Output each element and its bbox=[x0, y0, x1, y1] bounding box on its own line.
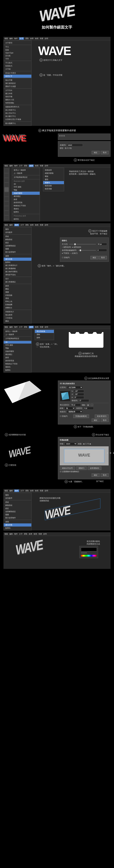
cap-off-icon[interactable]: ○ bbox=[90, 404, 93, 406]
type-tool[interactable] bbox=[4, 183, 9, 187]
menu-item[interactable]: 點陣化 bbox=[4, 527, 31, 530]
menu-item[interactable]: 插入斷行字元 bbox=[4, 115, 31, 118]
pen-tool[interactable] bbox=[4, 178, 9, 182]
menu-item[interactable]: 全部解除鎖定 bbox=[4, 244, 31, 247]
corner-radio[interactable]: ○ 尖角(C) bbox=[70, 252, 78, 254]
menu-bar[interactable]: 檔案 編輯 物件 文字 選取 效果 檢視 視窗 說明 bbox=[3, 489, 111, 493]
menu-item[interactable]: 點陣化 bbox=[12, 210, 40, 214]
ok-button[interactable]: 確定 bbox=[92, 418, 100, 422]
menu-item[interactable]: 影像描圖 bbox=[4, 303, 31, 306]
surface-prev-icon[interactable]: ◀ bbox=[83, 443, 84, 445]
menu-view[interactable]: 檢視 bbox=[35, 490, 38, 492]
menu-effect[interactable]: 效果 bbox=[29, 326, 34, 328]
menu-item[interactable]: 全部解除鎖定 bbox=[4, 510, 31, 513]
menu-bar[interactable]: 檔案 編輯 物件 文字 選取 效果 檢視 視窗 說明 bbox=[3, 532, 111, 536]
3d-submenu[interactable]: 突出與斜角 迴轉 旋轉 bbox=[35, 329, 54, 340]
color-panel[interactable]: #000000 bbox=[79, 546, 98, 558]
clear-all-button[interactable]: 全部清除(A) bbox=[88, 466, 101, 470]
menu-item[interactable]: 路徑管理員 bbox=[4, 359, 31, 362]
menu-item[interactable]: 迴轉 bbox=[35, 333, 54, 336]
menu-object[interactable]: 物件 bbox=[14, 533, 18, 535]
menu-view[interactable]: 檢視 bbox=[35, 164, 38, 167]
cancel-button[interactable]: 取消 bbox=[101, 151, 109, 154]
ok-button[interactable]: 確定 bbox=[92, 151, 100, 154]
menu-type[interactable]: 文字 bbox=[19, 37, 24, 40]
menu-item[interactable]: 定位點 bbox=[4, 54, 31, 57]
menu-item[interactable]: 排列順序 bbox=[4, 497, 31, 500]
menu-item[interactable]: 展開 bbox=[4, 254, 31, 258]
menu-item[interactable]: 彎曲 bbox=[4, 347, 31, 350]
menu-window[interactable]: 視窗 bbox=[40, 326, 43, 328]
menu-item[interactable]: 3D bbox=[12, 183, 40, 185]
menu-window[interactable]: 視窗 bbox=[40, 224, 43, 226]
menu-item[interactable]: 即時上色 bbox=[4, 300, 31, 303]
line-tool[interactable] bbox=[4, 187, 9, 192]
menu-item[interactable]: 建立外框 bbox=[4, 92, 31, 95]
perspective-input[interactable] bbox=[79, 399, 89, 402]
size-input[interactable] bbox=[97, 243, 107, 245]
menu-item[interactable]: 變形 bbox=[4, 228, 31, 231]
bevel-select[interactable]: 無 bbox=[65, 407, 75, 410]
menu-item[interactable]: 展開 bbox=[4, 520, 31, 523]
effect-menu[interactable]: 套用上一個效果 上一個效果 文件點陣效果設定 3D SVG 濾鏡 彎曲 扭曲與變… bbox=[3, 329, 32, 373]
menu-window[interactable]: 視窗 bbox=[40, 37, 43, 40]
menu-item[interactable]: 重複字元保護 bbox=[4, 85, 31, 88]
menu-item[interactable]: 點陣化 bbox=[4, 369, 31, 372]
relative-radio[interactable]: ○ 相對的(R) bbox=[62, 246, 71, 248]
menu-item[interactable]: 段落 bbox=[4, 49, 31, 52]
menu-edit[interactable]: 編輯 bbox=[9, 224, 13, 226]
menu-item[interactable]: 套用上一個效果 bbox=[12, 168, 40, 172]
menu-item[interactable]: 建立剪裁標記 bbox=[4, 280, 31, 283]
menu-item[interactable]: 隨意筆畫 bbox=[43, 187, 64, 190]
menu-help[interactable]: 說明 bbox=[45, 326, 48, 328]
menu-effect[interactable]: 效果 bbox=[30, 490, 34, 492]
menu-item[interactable]: SVG 濾鏡 bbox=[12, 185, 40, 189]
menu-item[interactable]: 上一個效果 bbox=[4, 333, 31, 336]
ridges-input[interactable] bbox=[97, 249, 107, 252]
cap-on-icon[interactable]: ◉ bbox=[87, 404, 89, 406]
selection-tool[interactable] bbox=[4, 168, 9, 173]
menu-item[interactable]: 建立剪裁遮色片 bbox=[4, 264, 31, 267]
menu-type[interactable]: 文字 bbox=[19, 533, 23, 535]
menu-effect[interactable]: 效果 bbox=[30, 224, 34, 226]
menu-item[interactable]: 隱藏 bbox=[4, 247, 31, 250]
menu-window[interactable]: 視窗 bbox=[40, 490, 43, 492]
menu-file[interactable]: 檔案 bbox=[4, 164, 8, 167]
menu-item[interactable]: 解散群組 bbox=[4, 238, 31, 241]
cancel-button[interactable]: 取消 bbox=[101, 418, 109, 422]
menu-select[interactable]: 選取 bbox=[24, 326, 27, 328]
symbols-panel[interactable]: ▦ ▦ ▦ bbox=[58, 133, 111, 140]
hue-slider[interactable] bbox=[81, 555, 97, 557]
surface-select[interactable]: 塑膠效果 bbox=[67, 410, 83, 413]
menu-type[interactable]: 文字 bbox=[19, 164, 23, 167]
menu-select[interactable]: 選取 bbox=[24, 533, 27, 535]
menu-item[interactable]: 視覺邊界對齊方式 bbox=[4, 105, 31, 108]
menu-item-expand-appearance[interactable]: 擴充外觀 bbox=[4, 523, 31, 527]
menu-item[interactable]: 風格化 bbox=[12, 207, 40, 210]
menu-edit[interactable]: 編輯 bbox=[9, 490, 13, 492]
menu-bar[interactable]: 檔案 編輯 物件 文字 選取 效果 檢視 視窗 說明 bbox=[3, 325, 111, 329]
menu-item[interactable]: 套用上一個效果 bbox=[4, 330, 31, 333]
extrude-input[interactable] bbox=[71, 404, 81, 406]
menu-item[interactable]: 裁切標記 bbox=[12, 195, 40, 198]
type-menu-dropdown[interactable]: 文字選項 字元 段落 OpenType 定位點 字符 字元樣式 段落樣式 文字緒… bbox=[3, 40, 32, 126]
rotate-tool[interactable] bbox=[4, 211, 9, 215]
menu-edit[interactable]: 編輯 bbox=[9, 533, 13, 535]
menu-item[interactable]: 字元 bbox=[4, 45, 31, 49]
type-value[interactable]: 影片片段 bbox=[65, 147, 72, 150]
menu-item[interactable]: 透視 bbox=[4, 297, 31, 300]
menu-item[interactable]: 剪裁遮色片 bbox=[4, 310, 31, 313]
shape-tool[interactable] bbox=[4, 192, 9, 196]
clear-button[interactable]: 清除(C) bbox=[76, 466, 87, 470]
menu-item[interactable]: 路徑管理員 bbox=[12, 201, 40, 204]
menu-item[interactable]: 尋找字體 bbox=[4, 95, 31, 98]
preview-checkbox[interactable]: ☐ 預視(P) bbox=[60, 415, 68, 417]
menu-object[interactable]: 物件 bbox=[14, 37, 18, 40]
ok-button[interactable]: 確定 bbox=[90, 256, 99, 259]
symbol-select[interactable]: wave bbox=[65, 442, 77, 445]
menu-item[interactable]: 透明度平面化 bbox=[4, 273, 31, 276]
menu-view[interactable]: 檢視 bbox=[35, 224, 38, 226]
menu-item[interactable]: 插入特殊字元 bbox=[4, 108, 31, 112]
menu-select[interactable]: 選取 bbox=[25, 490, 29, 492]
menu-item[interactable]: 隱藏 bbox=[4, 513, 31, 516]
